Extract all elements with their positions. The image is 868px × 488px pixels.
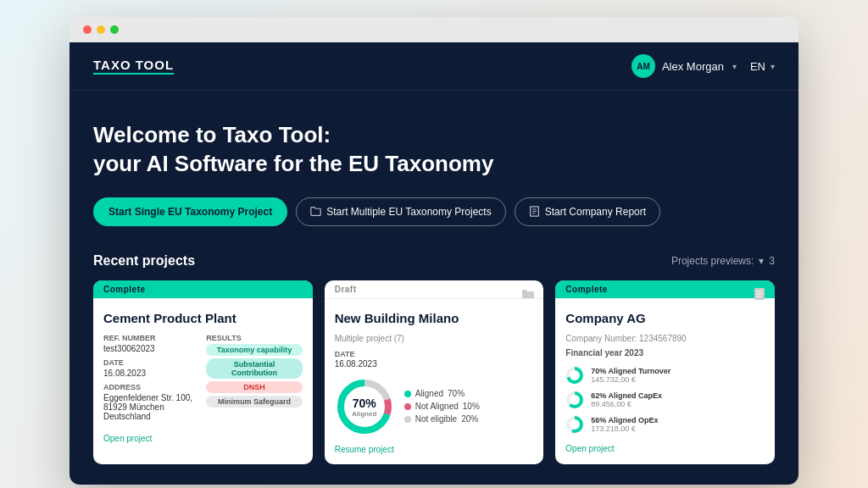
company-number: Company Number: 1234567890 — [565, 334, 765, 343]
section-header: Recent projects Projects previews: ▾ 3 — [93, 253, 775, 269]
start-single-project-button[interactable]: Start Single EU Taxonomy Project — [93, 197, 287, 226]
chart-legend: Aligned 70% Not Aligned 10% — [404, 389, 480, 424]
header-right: AM Alex Morgan ▾ EN ▾ — [632, 54, 775, 78]
open-cement-project-link[interactable]: Open project — [103, 434, 152, 443]
card-subtitle-building: Multiple project (7) — [335, 334, 534, 343]
date-label-cement: Date — [103, 358, 199, 367]
metric-turnover-info: 70% Aligned Turnover 145.732,00 € — [591, 367, 765, 384]
close-dot[interactable] — [83, 25, 92, 34]
legend-not-aligned-label: Not Aligned — [415, 402, 459, 411]
metric-turnover-label: 70% Aligned Turnover — [591, 367, 765, 375]
card-badge-company: Complete — [555, 280, 775, 298]
card-company: Complete Company AG Company Number: 1234… — [555, 280, 775, 464]
address-value: Eggenfeldener Str. 100, 81929 München De… — [103, 393, 199, 421]
card3-icon — [753, 287, 766, 304]
resume-building-project-link[interactable]: Resume project — [335, 445, 394, 454]
metric-opex-info: 56% Aligned OpEx 173.218,00 € — [591, 416, 765, 433]
user-name: Alex Morgan — [662, 60, 724, 73]
browser-chrome — [70, 17, 798, 42]
donut-pct-label: 70%Aligned — [352, 396, 376, 417]
report-icon — [529, 206, 540, 217]
metric-donut-capex — [565, 391, 584, 409]
legend-dot-not-aligned — [404, 403, 411, 410]
card-title-company: Company AG — [565, 311, 765, 325]
hero-title: Welcome to Taxo Tool: your AI Software f… — [93, 121, 775, 179]
folder-card-icon — [521, 287, 535, 301]
legend-not-eligible-label: Not eligible — [415, 414, 457, 424]
lang-label: EN — [750, 60, 765, 73]
metric-donut-opex — [565, 415, 584, 434]
folder-icon — [310, 206, 321, 217]
report-card-icon — [753, 287, 766, 301]
card-building: Draft New Building Milano Multiple proje… — [325, 280, 544, 464]
card-body-company: Company AG Company Number: 1234567890 Fi… — [555, 301, 775, 463]
legend-aligned-value: 70% — [448, 389, 465, 398]
section-title: Recent projects — [93, 253, 195, 269]
hero-buttons: Start Single EU Taxonomy Project Start M… — [93, 197, 775, 226]
metric-capex-label: 62% Aligned CapEx — [591, 391, 765, 400]
card-title-cement: Cement Product Plant — [103, 311, 303, 325]
card-badge-cement: Complete — [93, 280, 313, 298]
date-value-cement: 16.08.2023 — [103, 369, 199, 378]
date-label-building: Date — [335, 350, 534, 358]
card-cement: Complete Cement Product Plant Ref. Numbe… — [93, 280, 313, 464]
maximize-dot[interactable] — [110, 25, 119, 34]
metric-donut-turnover — [565, 366, 584, 385]
metric-capex-value: 89.456,00 € — [591, 400, 765, 408]
tag-taxonomy: Taxonomy capability — [206, 344, 302, 356]
card-body-cement: Cement Product Plant Ref. Number test300… — [93, 301, 313, 453]
donut-chart: 70%Aligned — [335, 377, 394, 436]
tag-substantial: Substantial Contribution — [206, 358, 302, 379]
minimize-dot[interactable] — [97, 25, 105, 34]
metric-capex: 62% Aligned CapEx 89.456,00 € — [565, 391, 765, 409]
start-multiple-projects-button[interactable]: Start Multiple EU Taxonomy Projects — [296, 197, 506, 226]
donut-section: 70%Aligned Aligned 70% Not — [335, 377, 534, 436]
open-company-project-link[interactable]: Open project — [565, 444, 614, 453]
metric-opex-value: 173.218,00 € — [591, 424, 765, 433]
date-value-building: 16.08.2023 — [335, 359, 534, 369]
financial-year: Financial year 2023 — [565, 348, 765, 358]
lang-selector[interactable]: EN ▾ — [750, 60, 775, 73]
legend-aligned: Aligned 70% — [404, 389, 480, 398]
start-company-report-button[interactable]: Start Company Report — [515, 197, 660, 226]
legend-dot-not-eligible — [404, 416, 411, 423]
hero-section: Welcome to Taxo Tool: your AI Software f… — [70, 91, 798, 247]
legend-not-eligible: Not eligible 20% — [404, 414, 480, 424]
card2-icon — [521, 287, 535, 304]
app-header: TAXO TOOL AM Alex Morgan ▾ EN ▾ — [70, 42, 798, 91]
ref-section: Ref. Number test30062023 Date 16.08.2023… — [103, 334, 199, 421]
lang-chevron: ▾ — [771, 62, 775, 71]
metric-opex-label: 56% Aligned OpEx — [591, 416, 765, 424]
card-body-building: New Building Milano Multiple project (7)… — [325, 301, 544, 464]
ref-value: test30062023 — [103, 344, 199, 353]
app-logo: TAXO TOOL — [93, 58, 174, 75]
results-section: Results Taxonomy capability Substantial … — [206, 334, 302, 421]
recent-projects-section: Recent projects Projects previews: ▾ 3 C… — [70, 247, 798, 485]
card-badge-building: Draft — [325, 280, 544, 299]
tag-minimum: Minimum Safeguard — [206, 396, 302, 408]
legend-dot-aligned — [404, 391, 411, 397]
info-grid-cement: Ref. Number test30062023 Date 16.08.2023… — [103, 334, 303, 421]
legend-aligned-label: Aligned — [415, 389, 443, 398]
ref-label: Ref. Number — [103, 334, 199, 342]
legend-not-eligible-value: 20% — [461, 414, 478, 424]
tag-dnsh: DNSH — [206, 381, 302, 393]
cards-grid: Complete Cement Product Plant Ref. Numbe… — [93, 280, 775, 464]
browser-window: TAXO TOOL AM Alex Morgan ▾ EN ▾ Welcome … — [70, 17, 798, 485]
avatar: AM — [632, 54, 655, 78]
user-chevron: ▾ — [732, 62, 737, 71]
metric-turnover: 70% Aligned Turnover 145.732,00 € — [565, 366, 765, 385]
metric-capex-info: 62% Aligned CapEx 89.456,00 € — [591, 391, 765, 408]
address-label: Address — [103, 383, 199, 391]
card-title-building: New Building Milano — [335, 311, 534, 325]
metric-opex: 56% Aligned OpEx 173.218,00 € — [565, 415, 765, 434]
user-menu[interactable]: AM Alex Morgan ▾ — [632, 54, 737, 78]
metric-turnover-value: 145.732,00 € — [591, 375, 765, 384]
results-label: Results — [206, 334, 302, 342]
projects-preview: Projects previews: ▾ 3 — [671, 255, 775, 267]
app-container: TAXO TOOL AM Alex Morgan ▾ EN ▾ Welcome … — [70, 42, 798, 485]
legend-not-aligned-value: 10% — [463, 402, 480, 411]
legend-not-aligned: Not Aligned 10% — [404, 402, 480, 411]
result-tags: Taxonomy capability Substantial Contribu… — [206, 344, 302, 408]
